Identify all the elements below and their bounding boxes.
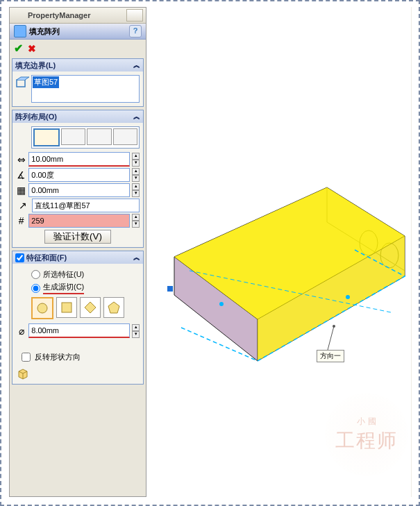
spinner[interactable]: ▴▾ [132, 168, 140, 182]
flip-label: 反转形状方向 [35, 352, 81, 362]
body-icon[interactable] [16, 366, 30, 380]
section-header[interactable]: 特征和面(F) ︽ [12, 251, 143, 264]
section-header[interactable]: 阵列布局(O) ︽ [12, 110, 143, 123]
margin-icon: ▦ [16, 183, 26, 197]
boundary-selection-box[interactable]: 草图57 [31, 75, 140, 103]
margin-input[interactable] [28, 183, 130, 197]
count-input[interactable] [28, 214, 130, 228]
pattern-square[interactable] [87, 128, 112, 145]
svg-point-5 [219, 302, 224, 306]
svg-rect-0 [17, 80, 25, 87]
shape-polygon[interactable] [103, 297, 124, 318]
validate-count-button[interactable]: 验证计数(V) [44, 230, 111, 244]
count-icon: # [16, 214, 26, 228]
watermark: 小 國 工程师 [325, 393, 408, 476]
svg-rect-2 [62, 303, 72, 312]
opt-selected-features[interactable] [31, 270, 40, 279]
diameter-input[interactable] [28, 323, 130, 338]
spacing-icon: ⇔ [16, 153, 26, 167]
ok-icon[interactable]: ✔ [14, 42, 23, 54]
command-titlebar: 填充阵列 ? [10, 24, 146, 40]
opt-create-seed[interactable] [31, 284, 40, 293]
shape-diamond[interactable] [80, 297, 101, 318]
pattern-perforation[interactable] [33, 128, 60, 146]
pin-icon[interactable] [126, 9, 143, 22]
svg-rect-7 [167, 286, 173, 292]
cancel-icon[interactable]: ✖ [28, 43, 36, 54]
selection-item[interactable]: 草图57 [33, 76, 59, 88]
collapse-icon[interactable]: ︽ [133, 253, 140, 262]
spinner[interactable]: ▴▾ [132, 324, 140, 338]
shape-square[interactable] [56, 297, 77, 318]
shape-circle[interactable] [31, 297, 53, 319]
pm-title: PropertyManager [12, 11, 126, 19]
sketch-region-icon [15, 76, 29, 90]
direction-input[interactable] [32, 199, 140, 212]
fill-pattern-icon [14, 25, 26, 37]
section-features: 特征和面(F) ︽ 所选特征(U) 生成源切(C) ⌀ ▴▾ [12, 251, 144, 385]
command-label: 填充阵列 [29, 26, 129, 37]
pattern-polygon[interactable] [113, 128, 138, 145]
spinner[interactable]: ▴▾ [132, 183, 140, 197]
svg-point-6 [346, 295, 350, 299]
diameter-icon: ⌀ [16, 324, 26, 338]
spinner[interactable]: ▴▾ [132, 214, 140, 228]
pattern-circular[interactable] [61, 128, 86, 145]
angle-icon: ∡ [16, 168, 26, 182]
section-fill-boundary: 填充边界(L) ︽ 草图57 [12, 58, 144, 107]
spacing-input[interactable] [28, 152, 130, 167]
collapse-icon[interactable]: ︽ [133, 60, 140, 70]
section-layout: 阵列布局(O) ︽ ⇔ ▴▾ ∡ ▴▾ ▦ ▴▾ [12, 110, 144, 248]
direction-icon: ↗ [16, 199, 30, 212]
property-manager-header: PropertyManager [10, 8, 146, 24]
svg-point-1 [37, 303, 47, 313]
features-enable-checkbox[interactable] [15, 253, 24, 262]
flip-checkbox[interactable] [22, 353, 31, 362]
direction-callout: 方向一 [317, 350, 344, 362]
opt-selected-label: 所选特征(U) [43, 269, 84, 280]
help-icon[interactable]: ? [129, 25, 142, 37]
svg-point-8 [333, 325, 335, 328]
3d-viewport[interactable]: 方向一 小 國 工程师 [146, 7, 411, 497]
opt-seed-label: 生成源切(C) [43, 282, 84, 294]
collapse-icon[interactable]: ︽ [133, 112, 140, 121]
model-preview [146, 111, 410, 410]
section-header[interactable]: 填充边界(L) ︽ [12, 59, 143, 71]
pattern-type-row [31, 126, 140, 149]
spinner[interactable]: ▴▾ [132, 153, 140, 167]
angle-input[interactable] [28, 168, 130, 182]
